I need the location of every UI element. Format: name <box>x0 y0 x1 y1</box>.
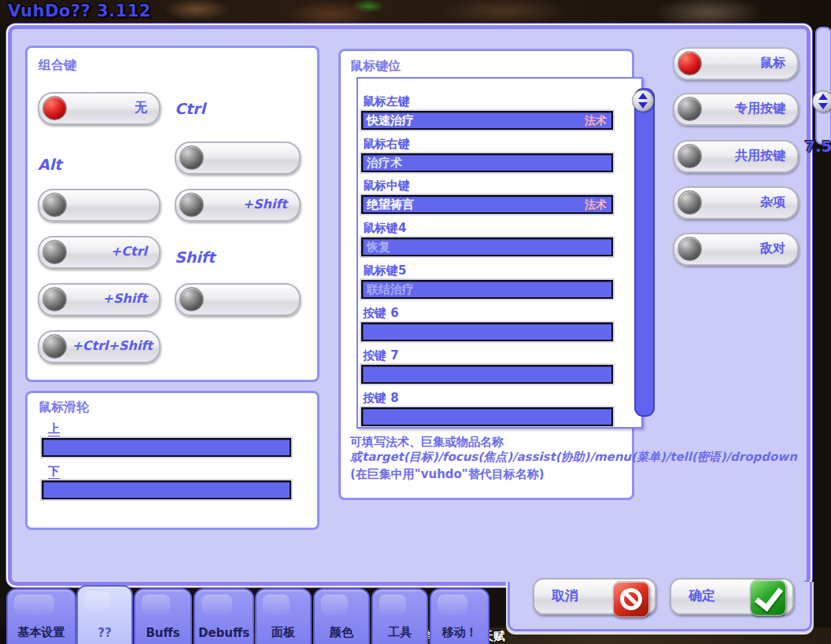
wheel-down-input[interactable] <box>42 480 291 499</box>
wheel-up-input[interactable] <box>42 438 291 457</box>
binding-row-label: 按键 8 <box>363 391 608 408</box>
binding-row-input[interactable]: 快速治疗 法术 <box>361 111 613 130</box>
category-hostile-radio[interactable]: 敌对 <box>673 233 799 266</box>
wheel-up-label: 上 <box>48 421 60 437</box>
bindings-list: 鼠标左键 快速治疗 法术 鼠标右键 治疗术 鼠标中键 绝望祷言 法术 鼠标键4 <box>356 77 643 429</box>
binding-row-label: 鼠标中键 <box>363 178 608 196</box>
shift-group-label: Shift <box>175 248 215 266</box>
modifier-ctrl-shift-radio[interactable]: +Shift <box>175 189 301 222</box>
modifier-alt-ctrl-label: +Ctrl <box>111 244 147 259</box>
mouse-bindings-panel-title: 鼠标键位 <box>350 58 401 75</box>
radio-indicator-icon <box>42 287 67 311</box>
tab-current[interactable]: ?? <box>76 585 133 644</box>
binding-value: 治疗术 <box>367 156 402 170</box>
modifier-shift-radio[interactable] <box>175 283 301 316</box>
wheel-down-label: 下 <box>48 464 60 480</box>
alt-group-label: Alt <box>38 156 61 173</box>
modifier-alt-radio[interactable] <box>38 189 161 222</box>
binding-row-input[interactable]: 恢复 <box>361 237 613 256</box>
radio-indicator-icon <box>42 96 67 120</box>
radio-indicator-icon <box>179 287 204 311</box>
tab-move[interactable]: 移动！ <box>430 588 489 644</box>
category-mouse-radio[interactable]: 鼠标 <box>673 47 799 80</box>
spell-tag: 法术 <box>585 197 607 212</box>
binding-row-input[interactable]: 联结治疗 <box>361 280 613 299</box>
binding-value: 联结治疗 <box>367 282 414 296</box>
options-dialog: 组合键 无 Ctrl Alt +Shift +Ctrl <box>6 24 812 587</box>
category-shared-keys-label: 共用按键 <box>735 148 785 164</box>
ok-icon[interactable] <box>750 580 786 616</box>
radio-indicator-icon <box>42 193 67 217</box>
binding-row-label: 鼠标键4 <box>363 221 608 238</box>
modifiers-panel: 组合键 无 Ctrl Alt +Shift +Ctrl <box>25 46 319 382</box>
radio-indicator-icon <box>678 97 702 121</box>
radio-indicator-icon <box>678 190 702 215</box>
radio-indicator-icon <box>179 193 204 217</box>
tab-buffs[interactable]: Buffs <box>134 588 192 644</box>
category-mouse-label: 鼠标 <box>760 55 785 72</box>
radio-indicator-icon <box>678 144 702 168</box>
modifier-alt-ctrl-radio[interactable]: +Ctrl <box>38 236 161 269</box>
category-dedicated-keys-label: 专用按键 <box>735 101 785 117</box>
modifier-alt-ctrl-shift-radio[interactable]: +Ctrl+Shift <box>38 330 161 363</box>
binding-row-input[interactable] <box>361 407 613 426</box>
ok-button-label: 确定 <box>689 587 715 605</box>
modifier-none-label: 无 <box>135 100 147 116</box>
tab-general-settings[interactable]: 基本设置 <box>6 588 76 644</box>
binding-row-input[interactable]: 治疗术 <box>361 153 613 172</box>
spell-tag: 法术 <box>585 112 607 128</box>
binding-row-input[interactable] <box>361 322 613 341</box>
category-hostile-label: 敌对 <box>760 241 785 257</box>
tab-label: 工具 <box>373 625 427 640</box>
modifier-ctrl-shift-label: +Shift <box>243 197 287 212</box>
tab-label: 面板 <box>257 625 310 640</box>
window-title: VuhDo?? 3.112 <box>8 2 151 20</box>
binding-row-input[interactable] <box>361 365 613 384</box>
radio-indicator-icon <box>179 145 204 170</box>
screen: 你有未分配的天赋 VuhDo?? 3.112 组合键 无 Ctrl Alt <box>0 0 831 644</box>
binding-row-label: 按键 6 <box>363 306 608 323</box>
scale-slider-track[interactable] <box>815 27 831 145</box>
tab-colors[interactable]: 颜色 <box>313 588 370 644</box>
cancel-icon[interactable] <box>613 581 649 617</box>
mouse-wheel-panel-title: 鼠标滑轮 <box>39 399 89 416</box>
binding-row-label: 按键 7 <box>363 348 608 366</box>
bindings-scrollbar-thumb-icon[interactable] <box>632 90 654 112</box>
mouse-bindings-panel: 鼠标键位 鼠标左键 快速治疗 法术 鼠标右键 治疗术 鼠标中键 绝望祷言 法术 … <box>338 49 634 500</box>
mouse-wheel-panel: 鼠标滑轮 上 下 <box>25 391 319 530</box>
radio-indicator-icon <box>678 51 702 75</box>
radio-indicator-icon <box>678 237 702 261</box>
tab-label: 基本设置 <box>8 625 75 640</box>
modifier-alt-ctrl-shift-label: +Ctrl+Shift <box>72 338 153 353</box>
binding-row-input[interactable]: 绝望祷言 法术 <box>361 195 613 214</box>
tab-tools[interactable]: 工具 <box>371 588 428 644</box>
binding-value: 恢复 <box>367 240 390 254</box>
category-shared-keys-radio[interactable]: 共用按键 <box>673 140 799 173</box>
modifiers-panel-title: 组合键 <box>39 57 76 74</box>
tab-label: 颜色 <box>315 625 368 640</box>
category-dedicated-keys-radio[interactable]: 专用按键 <box>673 93 799 126</box>
cancel-button-label: 取消 <box>552 587 578 605</box>
tab-label: Debuffs <box>195 626 253 640</box>
binding-value: 快速治疗 <box>367 113 414 127</box>
help-text-line3: (在巨集中用"vuhdo"替代目标名称) <box>350 467 545 482</box>
tab-panels[interactable]: 面板 <box>255 588 312 644</box>
bindings-scrollbar[interactable] <box>634 88 655 417</box>
modifier-none-radio[interactable]: 无 <box>38 92 161 125</box>
scale-slider-value: 7.5 <box>804 137 831 156</box>
binding-value: 绝望祷言 <box>367 197 414 212</box>
scale-slider-thumb-icon[interactable] <box>812 90 831 112</box>
tab-label: 移动！ <box>431 625 488 640</box>
binding-row-label: 鼠标右键 <box>363 137 608 154</box>
binding-row-label: 鼠标键5 <box>363 263 608 281</box>
tab-label: Buffs <box>135 626 190 640</box>
help-text-line2: 或target(目标)/focus(焦点)/assist(协助)/menu(菜单… <box>350 450 797 465</box>
modifier-alt-shift-radio[interactable]: +Shift <box>38 283 161 316</box>
modifier-ctrl-radio[interactable] <box>175 142 301 175</box>
tab-debuffs[interactable]: Debuffs <box>194 588 254 644</box>
help-text-line1: 可填写法术、巨集或物品名称 <box>350 435 504 450</box>
category-misc-radio[interactable]: 杂项 <box>673 186 799 219</box>
radio-indicator-icon <box>42 334 67 359</box>
modifier-alt-shift-label: +Shift <box>103 291 147 306</box>
ctrl-group-label: Ctrl <box>175 100 205 117</box>
